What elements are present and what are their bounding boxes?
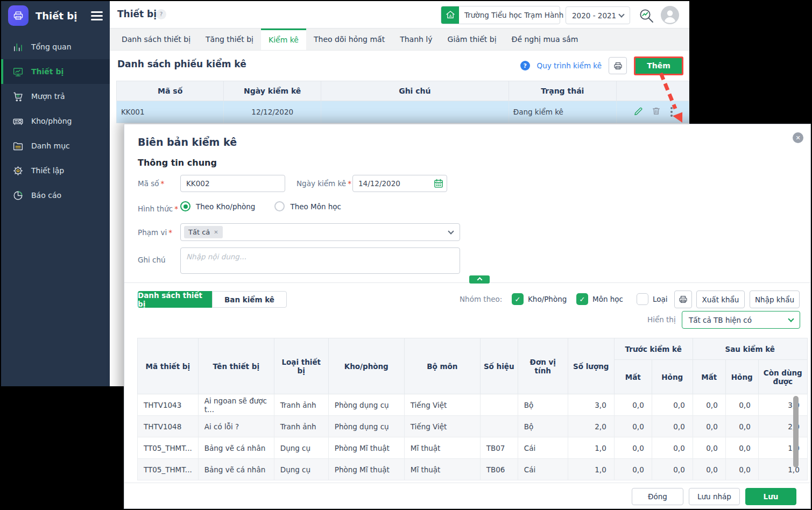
group-header-sau-kiem-ke: Sau kiểm kê <box>693 338 807 360</box>
save-draft-button[interactable]: Lưu nháp <box>689 488 740 505</box>
tab-tang-thiet-bi[interactable]: Tăng thiết bị <box>198 29 261 50</box>
group-by-label: Nhóm theo: <box>460 291 502 308</box>
cell-ngay-kiem-ke: 12/12/2020 <box>224 101 321 123</box>
column-header[interactable]: Số hiệu <box>480 338 518 394</box>
close-icon[interactable]: ✕ <box>793 132 803 143</box>
home-icon: A <box>441 6 459 24</box>
display-select[interactable]: Tất cả TB hiện có <box>682 311 800 329</box>
sidebar-item-muon-tra[interactable]: Mượn trả <box>1 84 110 109</box>
hamburger-menu-icon[interactable] <box>91 11 103 20</box>
edit-pencil-icon[interactable] <box>633 105 644 118</box>
tab-giam-thiet-bi[interactable]: Giảm thiết bị <box>440 29 504 50</box>
checkbox-loai[interactable] <box>637 293 648 305</box>
table-row[interactable]: THTV1043Ai ngoan sẽ được t...Tranh ảnhPh… <box>138 394 808 416</box>
delete-trash-icon[interactable] <box>651 106 661 118</box>
school-selector[interactable]: A Trường Tiểu học Trạm Hành <box>441 6 560 24</box>
process-link[interactable]: Quy trình kiểm kê <box>537 61 602 70</box>
print-button[interactable] <box>609 57 627 74</box>
ghi-chu-label: Ghi chú <box>138 256 166 264</box>
tab-danh-sach-thiet-bi[interactable]: Danh sách thiết bị <box>114 29 198 50</box>
column-header[interactable]: Hỏng <box>725 360 758 394</box>
process-help-icon[interactable]: ? <box>520 61 530 70</box>
import-button[interactable]: Nhập khẩu <box>750 291 800 308</box>
scrollbar-thumb[interactable] <box>793 396 799 468</box>
column-header[interactable]: Mã thiết bị <box>138 338 199 394</box>
sidebar-item-label: Tổng quan <box>31 42 72 51</box>
collapse-button[interactable] <box>469 275 490 284</box>
hinh-thuc-label: Hình thức* <box>138 204 178 213</box>
column-header[interactable]: Hỏng <box>652 360 693 394</box>
radio-theo-mon-hoc[interactable] <box>274 201 285 211</box>
page-help-icon[interactable]: ? <box>156 9 166 19</box>
brand: Thiết bị <box>1 1 110 30</box>
add-button[interactable]: Thêm <box>634 56 683 75</box>
ghi-chu-textarea[interactable] <box>180 247 460 274</box>
search-stats-icon[interactable] <box>638 7 655 24</box>
chip-remove-icon[interactable]: ✕ <box>214 229 218 235</box>
cell-ma-so: KK001 <box>117 101 224 123</box>
cell-ghi-chu <box>321 101 509 123</box>
column-header-actions <box>617 81 689 101</box>
checkbox-label: Loại <box>653 291 668 308</box>
svg-text:A: A <box>449 14 451 18</box>
sidebar-item-tong-quan[interactable]: Tổng quan <box>1 34 110 59</box>
checkbox-label: Môn học <box>592 291 623 308</box>
close-button[interactable]: Đóng <box>632 488 683 505</box>
table-row[interactable]: THTV1048Ai có lỗi ?Tranh ảnhPhòng dụng c… <box>138 416 808 437</box>
chevron-down-icon <box>448 228 454 234</box>
column-header[interactable]: Còn dùng được <box>758 360 807 394</box>
column-header[interactable]: Kho/phòng <box>328 338 404 394</box>
tab-kiem-ke[interactable]: Kiểm kê <box>261 29 306 50</box>
checkbox-mon-hoc[interactable]: ✓ <box>576 293 588 305</box>
folder-icon <box>11 139 24 152</box>
column-header[interactable]: Tên thiết bị <box>198 338 274 394</box>
checkbox-kho-phong[interactable]: ✓ <box>512 293 524 305</box>
save-button[interactable]: Lưu <box>745 488 796 505</box>
sidebar-item-thiet-bi[interactable]: Thiết bị <box>1 59 110 84</box>
column-header[interactable]: Ghi chú <box>321 81 509 101</box>
tab-de-nghi-mua-sam[interactable]: Đề nghị mua sắm <box>504 29 586 50</box>
tab-thanh-ly[interactable]: Thanh lý <box>392 29 440 50</box>
print-button[interactable] <box>674 291 692 308</box>
pham-vi-label: Phạm vi* <box>138 228 172 237</box>
projector-icon <box>11 115 24 128</box>
column-header[interactable]: Mã số <box>117 81 224 101</box>
required-mark: * <box>174 204 178 213</box>
column-header[interactable]: Đơn vị tính <box>518 338 568 394</box>
display-label: Hiển thị <box>647 311 676 329</box>
sidebar-item-thiet-lap[interactable]: Thiết lập <box>1 158 110 183</box>
column-header[interactable]: Ngày kiểm kê <box>224 81 321 101</box>
view-tab-ban-kiem-ke[interactable]: Ban kiểm kê <box>212 291 287 308</box>
cell-trang-thai: Đang kiểm kê <box>509 101 616 123</box>
sidebar-item-bao-cao[interactable]: Báo cáo <box>1 183 110 208</box>
avatar[interactable] <box>661 6 679 24</box>
table-row[interactable]: TT05_THMT...Bảng vẽ cá nhânDụng cụPhòng … <box>138 437 808 459</box>
sidebar-item-danh-muc[interactable]: Danh mục <box>1 133 110 158</box>
calendar-icon[interactable] <box>432 177 445 190</box>
column-header[interactable]: Mất <box>614 360 652 394</box>
table-row[interactable]: TT05_THMT...Bảng vẽ cá nhânDụng cụPhòng … <box>138 459 808 480</box>
export-button[interactable]: Xuất khẩu <box>696 291 745 308</box>
ma-so-input[interactable] <box>180 175 285 192</box>
pham-vi-select[interactable]: Tất cả ✕ <box>180 223 460 241</box>
view-tab-danh-sach-thiet-bi[interactable]: Danh sách thiết bị <box>138 291 212 308</box>
column-header[interactable]: Bộ môn <box>404 338 480 394</box>
column-header[interactable]: Trạng thái <box>509 81 616 101</box>
chevron-down-icon <box>788 316 794 322</box>
column-header[interactable]: Số lượng <box>568 338 614 394</box>
sidebar-item-label: Báo cáo <box>31 191 61 200</box>
hinh-thuc-radio-group: Theo Kho/phòng Theo Môn học <box>180 201 355 211</box>
sidebar-item-kho-phong[interactable]: Kho/phòng <box>1 109 110 133</box>
radio-theo-kho-phong[interactable] <box>180 201 190 211</box>
modal-title: Biên bản kiểm kê <box>138 136 237 148</box>
modal-section-title: Thông tin chung <box>138 158 217 168</box>
column-header[interactable]: Mất <box>693 360 725 394</box>
radio-label: Theo Kho/phòng <box>196 202 255 211</box>
column-header[interactable]: Loại thiết bị <box>274 338 328 394</box>
sidebar: Thiết bị Tổng quan Thiết bị Mượn trả <box>1 1 110 386</box>
more-options-kebab-icon[interactable] <box>668 106 675 118</box>
monitor-icon <box>11 65 24 78</box>
tab-theo-doi-hong-mat[interactable]: Theo dõi hỏng mất <box>306 29 392 50</box>
school-year-select[interactable]: 2020 - 2021 <box>566 6 630 24</box>
table-row[interactable]: KK001 12/12/2020 Đang kiểm kê <box>117 101 689 123</box>
